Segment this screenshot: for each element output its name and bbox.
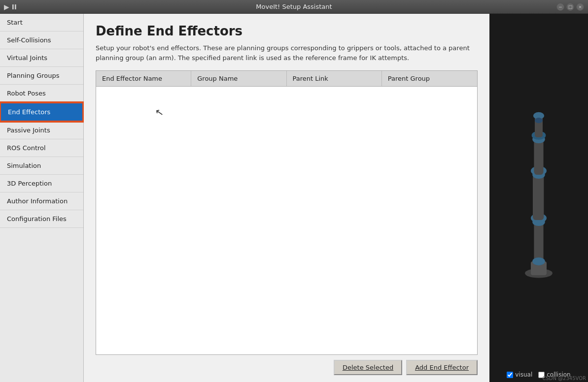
app-logo: ▶ II [4,3,17,11]
minimize-button[interactable]: − [556,3,564,11]
table-header: End Effector Name Group Name Parent Link… [96,71,477,87]
robot-viewport [489,14,588,367]
sidebar-item-start[interactable]: Start [0,14,83,32]
table-body: ↖ [96,87,477,284]
csdn-watermark: CSDN @2345VOR [542,376,586,381]
page-title: Define End Effectors [96,24,478,38]
end-effectors-table: End Effector Name Group Name Parent Link… [96,70,478,355]
svg-rect-6 [533,175,544,220]
visual-label: visual [515,371,532,378]
col-parent-group: Parent Group [382,71,477,86]
window-controls[interactable]: − □ × [556,3,584,11]
sidebar-item-virtual-joints[interactable]: Virtual Joints [0,49,83,67]
sidebar-item-3d-perception[interactable]: 3D Perception [0,175,83,192]
page-description: Setup your robot's end effectors. These … [96,43,478,63]
sidebar-item-author-information[interactable]: Author Information [0,192,83,210]
titlebar: ▶ II MoveIt! Setup Assistant − □ × [0,0,588,14]
svg-point-4 [532,257,545,265]
sidebar-item-configuration-files[interactable]: Configuration Files [0,210,83,228]
sidebar-item-end-effectors[interactable]: End Effectors [0,102,83,122]
app-body: StartSelf-CollisionsVirtual JointsPlanni… [0,14,588,382]
col-parent-link: Parent Link [287,71,382,86]
svg-rect-9 [534,139,543,175]
add-end-effector-button[interactable]: Add End Effector [406,360,478,375]
sidebar-item-planning-groups[interactable]: Planning Groups [0,67,83,85]
sidebar-item-passive-joints[interactable]: Passive Joints [0,122,83,139]
sidebar: StartSelf-CollisionsVirtual JointsPlanni… [0,14,84,382]
cursor-indicator: ↖ [154,106,165,119]
col-end-effector-name: End Effector Name [96,71,191,86]
window-title: MoveIt! Setup Assistant [256,3,332,10]
bottom-bar: Delete Selected Add End Effector [96,360,478,375]
sidebar-item-self-collisions[interactable]: Self-Collisions [0,32,83,49]
main-content: Define End Effectors Setup your robot's … [84,14,489,382]
sidebar-item-robot-poses[interactable]: Robot Poses [0,85,83,102]
close-button[interactable]: × [576,3,584,11]
robot-panel: visual collision [489,14,588,382]
col-group-name: Group Name [191,71,286,86]
sidebar-item-ros-control[interactable]: ROS Control [0,139,83,157]
visual-checkbox[interactable] [507,372,513,378]
visual-checkbox-label[interactable]: visual [507,371,532,378]
robot-svg [499,92,578,289]
delete-selected-button[interactable]: Delete Selected [334,360,402,375]
maximize-button[interactable]: □ [566,3,574,11]
sidebar-item-simulation[interactable]: Simulation [0,157,83,175]
svg-point-14 [535,118,543,123]
